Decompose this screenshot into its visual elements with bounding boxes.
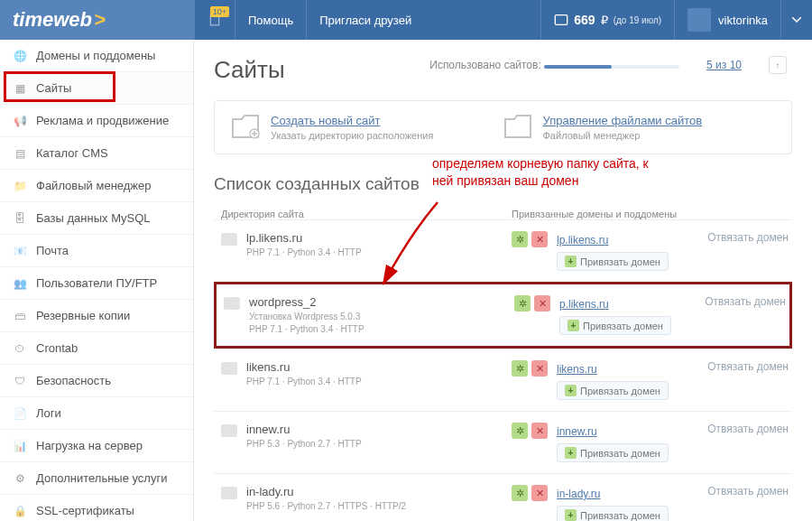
wallet-icon <box>554 14 568 26</box>
site-dir-name[interactable]: lp.likens.ru <box>246 231 362 245</box>
sidebar-item-label: Crontab <box>36 341 78 355</box>
domain-link[interactable]: likens.ru <box>557 363 597 376</box>
sidebar-item-label: Каталог CMS <box>36 146 108 160</box>
site-row: in-lady.ru PHP 5.6 · Python 2.7 · HTTPS … <box>214 473 792 521</box>
domain-link[interactable]: lp.likens.ru <box>557 234 608 247</box>
site-install-info: Установка Wordpress 5.0.3 <box>249 312 364 321</box>
sidebar-item-5[interactable]: 🗄Базы данных MySQL <box>0 202 193 235</box>
invite-link[interactable]: Пригласи друзей <box>306 0 424 40</box>
site-delete-button[interactable]: ✕ <box>531 231 548 247</box>
site-dir-name[interactable]: wordpress_2 <box>249 295 364 309</box>
site-row: innew.ru PHP 5.3 · Python 2.7 · HTTP ✲ ✕… <box>214 411 792 473</box>
site-meta: PHP 5.3 · Python 2.7 · HTTP <box>246 439 362 449</box>
site-delete-button[interactable]: ✕ <box>531 423 548 439</box>
sidebar-item-10[interactable]: 🛡Безопасность <box>0 365 193 397</box>
sidebar-item-label: Резервные копии <box>36 309 130 322</box>
usage-count-link[interactable]: 5 из 10 <box>706 59 742 71</box>
user-dropdown-toggle[interactable] <box>780 0 812 40</box>
sidebar-item-7[interactable]: 👥Пользователи ПУ/FTP <box>0 267 193 300</box>
sidebar-icon: 📧 <box>13 245 27 257</box>
sort-toggle-button[interactable]: ↑ <box>769 56 787 74</box>
sidebar-item-label: Домены и поддомены <box>36 49 155 62</box>
folder-manage-icon <box>503 114 532 139</box>
user-menu[interactable]: viktorinka <box>674 0 780 40</box>
site-dir-name[interactable]: likens.ru <box>246 360 362 374</box>
domain-link[interactable]: p.likens.ru <box>559 298 609 311</box>
logo[interactable]: timeweb> <box>0 0 194 40</box>
balance-amount: 669 <box>574 13 595 27</box>
bind-domain-button[interactable]: +Привязать домен <box>559 316 671 335</box>
sidebar-item-8[interactable]: 🗃Резервные копии <box>0 300 193 332</box>
site-dir-name[interactable]: in-lady.ru <box>246 485 406 498</box>
sidebar-item-3[interactable]: ▤Каталог CMS <box>0 137 193 170</box>
unbind-domain-link[interactable]: Отвязать домен <box>699 295 789 308</box>
manage-files-link[interactable]: Управление файлами сайтов <box>543 114 703 127</box>
bind-domain-button[interactable]: +Привязать домен <box>557 252 669 271</box>
sidebar-item-4[interactable]: 📁Файловый менеджер <box>0 170 193 202</box>
site-delete-button[interactable]: ✕ <box>531 485 548 501</box>
plus-icon: + <box>565 509 577 521</box>
create-site-link[interactable]: Создать новый сайт <box>271 114 433 127</box>
sidebar-icon: 🔒 <box>13 505 27 517</box>
sidebar-item-12[interactable]: 📊Нагрузка на сервер <box>0 430 193 462</box>
plus-icon: + <box>567 320 579 331</box>
site-settings-button[interactable]: ✲ <box>512 360 528 377</box>
help-link[interactable]: Помощь <box>235 0 306 40</box>
sidebar-item-9[interactable]: ⏲Crontab <box>0 332 193 365</box>
sidebar-icon: ⚙ <box>13 472 27 485</box>
sidebar-icon: 🛡 <box>13 375 27 387</box>
sidebar-item-label: Безопасность <box>36 374 111 387</box>
bind-domain-button[interactable]: +Привязать домен <box>557 506 669 521</box>
site-delete-button[interactable]: ✕ <box>531 360 548 377</box>
bind-domain-button[interactable]: +Привязать домен <box>557 443 669 462</box>
sidebar-icon: 📁 <box>13 180 27 192</box>
folder-icon <box>221 487 237 499</box>
unbind-domain-link[interactable]: Отвязать домен <box>702 485 792 498</box>
site-row: lp.likens.ru PHP 7.1 · Python 3.4 · HTTP… <box>214 219 792 282</box>
sidebar: 🌐Домены и поддомены▦Сайты📢Реклама и прод… <box>0 40 194 521</box>
main-content: Сайты Использовано сайтов: 5 из 10 ↑ Соз… <box>194 40 812 521</box>
sidebar-icon: ▦ <box>13 82 27 95</box>
sidebar-item-2[interactable]: 📢Реклама и продвижение <box>0 105 193 137</box>
sidebar-item-label: Базы данных MySQL <box>36 211 151 225</box>
sidebar-item-label: SSL-сертификаты <box>36 504 134 517</box>
folder-add-icon <box>231 114 260 139</box>
plus-icon: + <box>565 447 577 459</box>
sidebar-item-0[interactable]: 🌐Домены и поддомены <box>0 40 193 72</box>
bind-domain-button[interactable]: +Привязать домен <box>557 381 669 400</box>
sidebar-icon: 🗄 <box>13 212 27 225</box>
site-settings-button[interactable]: ✲ <box>512 423 528 439</box>
domain-link[interactable]: in-lady.ru <box>557 488 600 500</box>
table-header: Директория сайта Привязанные домены и по… <box>214 209 792 219</box>
unbind-domain-link[interactable]: Отвязать домен <box>702 231 792 244</box>
sidebar-item-1[interactable]: ▦Сайты <box>0 72 193 105</box>
sidebar-item-6[interactable]: 📧Почта <box>0 235 193 267</box>
notifications-button[interactable]: 10+ <box>194 0 235 40</box>
top-header: timeweb> 10+ Помощь Пригласи друзей 669 … <box>0 0 812 40</box>
balance-display[interactable]: 669 ₽ (до 19 июл) <box>540 0 674 40</box>
sidebar-item-13[interactable]: ⚙Дополнительные услуги <box>0 462 193 495</box>
folder-icon <box>224 297 240 310</box>
table-head-directory: Директория сайта <box>214 209 512 219</box>
site-settings-button[interactable]: ✲ <box>514 295 531 312</box>
folder-icon <box>221 233 237 246</box>
sidebar-item-11[interactable]: 📄Логи <box>0 397 193 430</box>
unbind-domain-link[interactable]: Отвязать домен <box>702 423 792 435</box>
domain-link[interactable]: innew.ru <box>557 425 597 438</box>
site-dir-name[interactable]: innew.ru <box>246 423 362 436</box>
usage-info: Использовано сайтов: 5 из 10 ↑ <box>429 56 787 74</box>
avatar <box>687 8 711 32</box>
manage-files-sub: Файловый менеджер <box>543 130 703 141</box>
sidebar-item-14[interactable]: 🔒SSL-сертификаты <box>0 495 193 521</box>
chevron-down-icon <box>792 17 801 23</box>
site-settings-button[interactable]: ✲ <box>512 231 528 247</box>
site-settings-button[interactable]: ✲ <box>512 485 528 501</box>
unbind-domain-link[interactable]: Отвязать домен <box>702 360 792 373</box>
sidebar-item-label: Пользователи ПУ/FTP <box>36 276 157 290</box>
balance-due: (до 19 июл) <box>614 15 661 25</box>
site-delete-button[interactable]: ✕ <box>534 295 550 312</box>
site-meta: PHP 7.1 · Python 3.4 · HTTP <box>249 324 364 334</box>
folder-icon <box>221 424 237 437</box>
sidebar-icon: ▤ <box>13 147 27 160</box>
sidebar-icon: 🗃 <box>13 310 27 322</box>
